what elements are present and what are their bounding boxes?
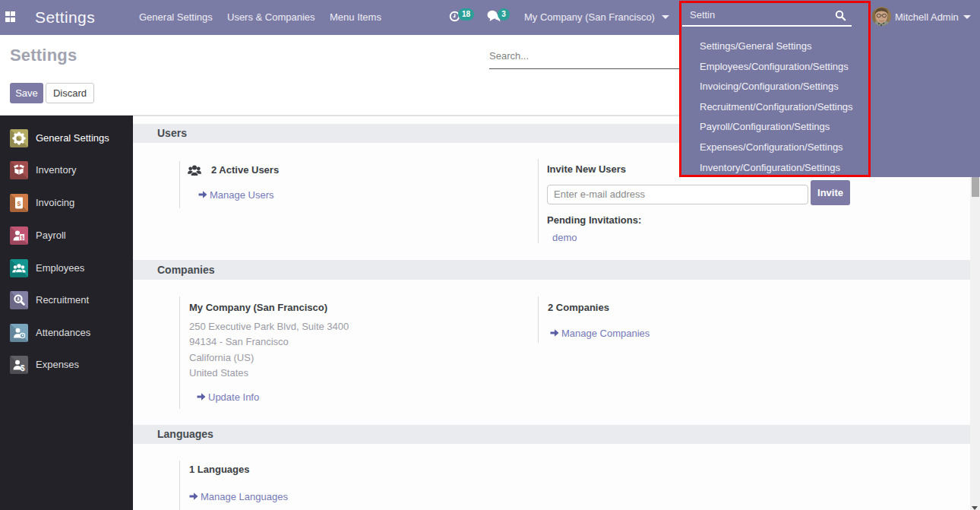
svg-text:$: $: [21, 235, 24, 241]
svg-text:$: $: [21, 364, 25, 372]
svg-text:$: $: [17, 200, 21, 207]
